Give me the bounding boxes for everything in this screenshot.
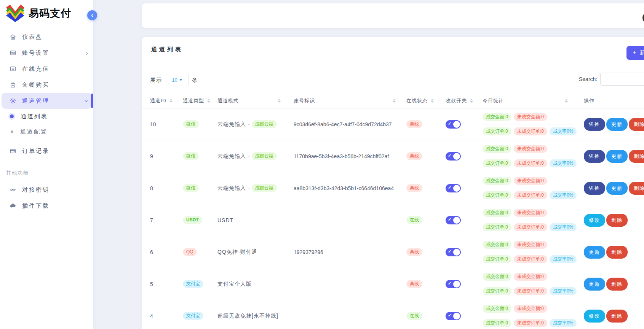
update-button[interactable]: 更新 xyxy=(606,150,628,163)
delete-button[interactable]: 删除 xyxy=(606,278,628,291)
mode-label: 支付宝个人版 xyxy=(217,281,252,288)
payment-toggle[interactable]: ✓ xyxy=(446,280,461,288)
stats-divider xyxy=(483,124,573,124)
shopping-bag-icon xyxy=(9,81,16,89)
update-button[interactable]: 更新 xyxy=(606,118,628,131)
gear-icon xyxy=(9,97,16,105)
update-button[interactable]: 更新 xyxy=(606,182,628,195)
check-icon: ✓ xyxy=(448,218,451,222)
payment-toggle[interactable]: ✓ xyxy=(446,120,461,129)
dot-icon xyxy=(11,130,13,133)
account-id-cell: 1170b9ae-5b3f-4ea3-b56b-2149cbff02af xyxy=(294,153,406,159)
sidebar-item-plugin-download[interactable]: 插件下载 xyxy=(0,198,93,214)
check-icon: ✓ xyxy=(448,186,451,190)
delete-button[interactable]: 删除 xyxy=(629,182,644,195)
sort-icon xyxy=(431,99,434,103)
switch-button[interactable]: 切换 xyxy=(584,182,605,195)
account-id-cell: 1929379296 xyxy=(294,249,406,255)
channel-mode-cell: 超级无敌免挂[永不掉线] xyxy=(217,313,294,319)
delete-button[interactable]: 删除 xyxy=(606,246,628,259)
sidebar-item-online-recharge[interactable]: 在线充值 xyxy=(0,61,93,77)
sidebar-item-channel-list[interactable]: 通道列表 xyxy=(0,109,93,124)
update-button[interactable]: 更新 xyxy=(584,246,605,259)
stat-badge: 成交率0% xyxy=(550,287,577,295)
toggle-knob xyxy=(453,121,460,128)
payment-toggle[interactable]: ✓ xyxy=(446,216,461,224)
stats-wrap: 成交金额:0未成交金额:0成交订单:0未成交订单:0成交率0% xyxy=(483,144,577,168)
check-icon: ✓ xyxy=(448,281,451,286)
column-header-channel-type[interactable]: 通道类型 xyxy=(183,97,217,104)
sidebar-item-account-settings[interactable]: 账号设置 › xyxy=(0,45,93,61)
column-header-online-status[interactable]: 在线状态 xyxy=(406,97,446,104)
actions-cell: 切换更新删除 xyxy=(584,118,644,131)
add-channel-button[interactable]: + 新增 xyxy=(626,46,644,60)
online-status-cell: 在线 xyxy=(406,312,446,320)
mode-badge: 成都云端 xyxy=(252,152,277,160)
wallet-icon xyxy=(9,148,16,155)
payment-toggle[interactable]: ✓ xyxy=(446,248,461,256)
delete-button[interactable]: 删除 xyxy=(629,118,644,131)
stat-badge: 成交订单:0 xyxy=(483,127,511,135)
top-bar xyxy=(142,3,644,28)
channel-type-badge: QQ xyxy=(183,248,197,256)
delete-button[interactable]: 删除 xyxy=(629,150,644,163)
stats-wrap: 成交金额:0未成交金额:0成交订单:0未成交订单:0成交率0% xyxy=(483,112,577,137)
sidebar-item-api-keys[interactable]: 对接密钥 xyxy=(0,182,93,198)
sort-icon xyxy=(393,99,396,103)
status-badge: 在线 xyxy=(406,312,422,320)
page-size-select[interactable]: 10 xyxy=(166,74,189,86)
online-status-cell: 离线 xyxy=(406,248,446,256)
brand-name: 易码支付 xyxy=(29,6,71,20)
search-input[interactable] xyxy=(600,73,644,86)
brand-logo: 易码支付 xyxy=(5,5,71,22)
sidebar-item-order-records[interactable]: 订单记录 xyxy=(0,143,93,159)
stat-badge: 未成交金额:0 xyxy=(514,177,547,185)
today-stats-cell: 成交金额:0未成交金额:0成交订单:0未成交订单:0成交率0% xyxy=(483,176,584,200)
edit-button[interactable]: 修改 xyxy=(584,214,605,227)
sidebar-collapse-button[interactable]: ‹ xyxy=(87,10,97,20)
sidebar-item-dashboard[interactable]: 仪表盘 xyxy=(0,29,93,45)
account-id-cell: 9c03d6ef-8ab6-4ec7-a4f7-0dc9d72d4b37 xyxy=(294,121,406,127)
channel-mode-cell: USDT xyxy=(217,217,294,223)
channel-type-badge: 微信 xyxy=(183,120,199,128)
stats-line-1: 成交金额:0未成交金额:0 xyxy=(483,209,577,217)
switch-button[interactable]: 切换 xyxy=(584,150,605,163)
stat-badge: 成交金额:0 xyxy=(483,273,511,281)
stats-divider xyxy=(483,316,573,316)
channel-type-badge: 微信 xyxy=(183,152,199,160)
stats-line-1: 成交金额:0未成交金额:0 xyxy=(483,273,577,281)
sidebar: 易码支付 仪表盘 账号设置 › 在线充值 套餐购买 xyxy=(0,0,93,329)
channel-type-cell: USDT xyxy=(183,216,217,224)
stats-divider xyxy=(483,188,573,188)
search-control: Search: xyxy=(579,73,644,86)
recharge-icon xyxy=(9,65,16,73)
delete-button[interactable]: 删除 xyxy=(606,310,628,323)
column-header-channel-id[interactable]: 通道ID xyxy=(150,97,183,104)
stat-badge: 未成交订单:0 xyxy=(514,223,547,231)
column-header-payment-switch[interactable]: 收款开关 xyxy=(446,97,483,104)
edit-button[interactable]: 修改 xyxy=(584,310,605,323)
rainbow-m-logo-icon xyxy=(5,5,25,22)
table-row: 8微信云端免输入 - 成都云端aa8b313f-d3b3-42d3-b5b1-c… xyxy=(142,172,644,204)
online-status-cell: 离线 xyxy=(406,280,446,288)
channel-id-cell: 7 xyxy=(150,217,183,223)
sidebar-item-channel-config[interactable]: 通道配置 xyxy=(0,124,93,139)
channel-type-cell: 支付宝 xyxy=(183,280,217,288)
switch-button[interactable]: 切换 xyxy=(584,118,605,131)
active-menu-indicator xyxy=(91,94,93,108)
channel-mode-cell: 云端免输入 - 成都云端 xyxy=(217,184,294,192)
payment-toggle[interactable]: ✓ xyxy=(446,152,461,161)
payment-toggle[interactable]: ✓ xyxy=(446,312,461,320)
update-button[interactable]: 更新 xyxy=(584,278,605,291)
delete-button[interactable]: 删除 xyxy=(606,214,628,227)
channel-type-badge: 微信 xyxy=(183,184,199,192)
payment-toggle[interactable]: ✓ xyxy=(446,184,461,192)
stats-line-1: 成交金额:0未成交金额:0 xyxy=(483,145,577,153)
sidebar-item-package-purchase[interactable]: 套餐购买 xyxy=(0,77,93,93)
sidebar-item-channel-management[interactable]: 通道管理 › xyxy=(2,93,92,109)
column-header-today-stats[interactable]: 今日统计 xyxy=(483,97,584,104)
column-header-account-id[interactable]: 账号标识 xyxy=(294,97,406,104)
chevron-down-icon: › xyxy=(84,100,90,102)
column-header-channel-mode[interactable]: 通道模式 xyxy=(217,97,294,104)
stat-badge: 成交率0% xyxy=(550,191,577,199)
